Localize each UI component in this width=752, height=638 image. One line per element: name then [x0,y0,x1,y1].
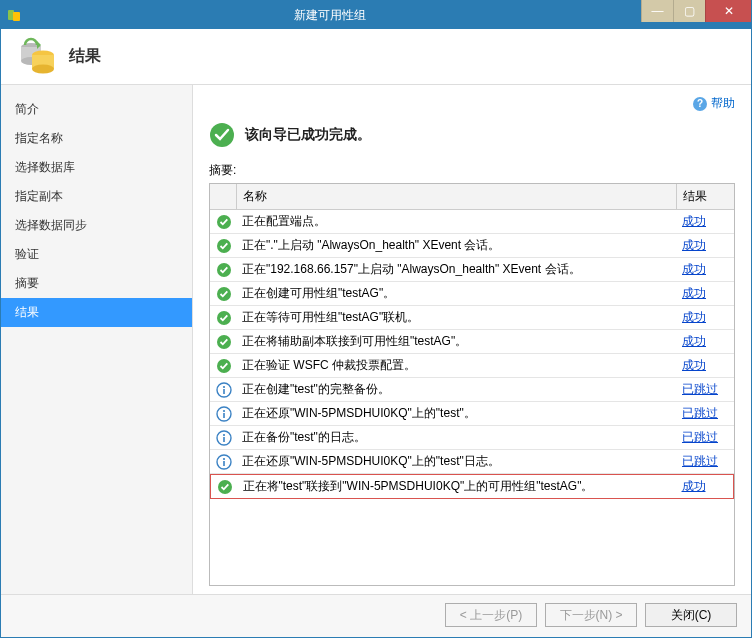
table-row: 正在创建"test"的完整备份。已跳过 [210,378,734,402]
table-row: 正在"."上启动 "AlwaysOn_health" XEvent 会话。成功 [210,234,734,258]
prev-button: < 上一步(P) [445,603,537,627]
result-link[interactable]: 已跳过 [682,382,718,396]
result-link[interactable]: 成功 [682,310,706,324]
app-icon [7,7,23,23]
svg-rect-25 [223,437,225,442]
success-icon [216,334,232,350]
minimize-button[interactable]: — [641,0,673,22]
row-name: 正在"."上启动 "AlwaysOn_health" XEvent 会话。 [236,234,676,258]
sidebar-item-3[interactable]: 指定副本 [1,182,192,211]
result-link[interactable]: 成功 [682,238,706,252]
row-name: 正在配置端点。 [236,210,676,234]
info-icon [216,454,232,470]
row-name: 正在创建"test"的完整备份。 [236,378,676,402]
row-name: 正在"192.168.66.157"上启动 "AlwaysOn_health" … [236,258,676,282]
window-controls: — ▢ ✕ [641,0,751,22]
next-button: 下一步(N) > [545,603,637,627]
help-link[interactable]: 帮助 [711,95,735,112]
success-icon [216,358,232,374]
table-row: 正在"192.168.66.157"上启动 "AlwaysOn_health" … [210,258,734,282]
maximize-button[interactable]: ▢ [673,0,705,22]
table-row: 正在验证 WSFC 仲裁投票配置。成功 [210,354,734,378]
titlebar: 新建可用性组 — ▢ ✕ [1,1,751,29]
wizard-icon [17,37,57,77]
sidebar-item-7[interactable]: 结果 [1,298,192,327]
result-link[interactable]: 已跳过 [682,454,718,468]
table-row: 正在将辅助副本联接到可用性组"testAG"。成功 [210,330,734,354]
svg-point-18 [223,385,225,387]
body: 简介指定名称选择数据库指定副本选择数据同步验证摘要结果 ? 帮助 该向导已成功完… [1,85,751,594]
svg-rect-1 [13,12,20,21]
row-name: 正在将"test"联接到"WIN-5PMSDHUI0KQ"上的可用性组"test… [237,475,676,499]
success-icon [217,479,233,495]
success-icon [216,238,232,254]
sidebar: 简介指定名称选择数据库指定副本选择数据同步验证摘要结果 [1,85,193,594]
sidebar-item-4[interactable]: 选择数据同步 [1,211,192,240]
info-icon [216,382,232,398]
col-result-header: 结果 [676,184,734,210]
success-icon [216,310,232,326]
wizard-window: 新建可用性组 — ▢ ✕ 结果 简介指定名称选择数据库指定副本选择数据同步验证摘… [0,0,752,638]
result-link[interactable]: 成功 [682,358,706,372]
row-name: 正在还原"WIN-5PMSDHUI0KQ"上的"test"。 [236,402,676,426]
sidebar-item-0[interactable]: 简介 [1,95,192,124]
table-row: 正在备份"test"的日志。已跳过 [210,426,734,450]
table-row: 正在还原"WIN-5PMSDHUI0KQ"上的"test"日志。已跳过 [210,450,734,474]
result-link[interactable]: 已跳过 [682,406,718,420]
col-icon-header [210,184,236,210]
success-icon [216,286,232,302]
svg-point-27 [223,457,225,459]
table-row: 正在创建可用性组"testAG"。成功 [210,282,734,306]
row-name: 正在将辅助副本联接到可用性组"testAG"。 [236,330,676,354]
row-name: 正在验证 WSFC 仲裁投票配置。 [236,354,676,378]
row-name: 正在等待可用性组"testAG"联机。 [236,306,676,330]
table-row: 正在配置端点。成功 [210,210,734,234]
close-button[interactable]: 关闭(C) [645,603,737,627]
svg-point-7 [32,64,54,73]
svg-point-21 [223,409,225,411]
row-name: 正在还原"WIN-5PMSDHUI0KQ"上的"test"日志。 [236,450,676,474]
row-name: 正在创建可用性组"testAG"。 [236,282,676,306]
success-icon [216,262,232,278]
status-text: 该向导已成功完成。 [245,126,371,144]
svg-rect-22 [223,413,225,418]
result-link[interactable]: 成功 [682,214,706,228]
sidebar-item-5[interactable]: 验证 [1,240,192,269]
content: ? 帮助 该向导已成功完成。 摘要: 名称 结果 [193,85,751,594]
table-row: 正在将"test"联接到"WIN-5PMSDHUI0KQ"上的可用性组"test… [210,474,734,499]
results-table: 名称 结果 正在配置端点。成功正在"."上启动 "AlwaysOn_health… [209,183,735,586]
summary-label: 摘要: [209,162,735,179]
sidebar-item-2[interactable]: 选择数据库 [1,153,192,182]
footer: < 上一步(P) 下一步(N) > 关闭(C) [1,594,751,637]
col-name-header: 名称 [236,184,676,210]
success-icon [216,214,232,230]
sidebar-item-6[interactable]: 摘要 [1,269,192,298]
svg-point-24 [223,433,225,435]
sidebar-item-1[interactable]: 指定名称 [1,124,192,153]
status-banner: 该向导已成功完成。 [209,122,735,148]
table-row: 正在还原"WIN-5PMSDHUI0KQ"上的"test"。已跳过 [210,402,734,426]
header: 结果 [1,29,751,85]
row-name: 正在备份"test"的日志。 [236,426,676,450]
result-link[interactable]: 成功 [682,286,706,300]
result-link[interactable]: 成功 [682,262,706,276]
page-title: 结果 [69,46,101,67]
info-icon [216,430,232,446]
help-icon: ? [693,97,707,111]
result-link[interactable]: 成功 [682,479,706,493]
svg-rect-19 [223,389,225,394]
success-icon [209,122,235,148]
close-window-button[interactable]: ✕ [705,0,751,22]
svg-rect-28 [223,461,225,466]
info-icon [216,406,232,422]
table-row: 正在等待可用性组"testAG"联机。成功 [210,306,734,330]
help-row: ? 帮助 [209,95,735,112]
result-link[interactable]: 已跳过 [682,430,718,444]
result-link[interactable]: 成功 [682,334,706,348]
results-tbody: 正在配置端点。成功正在"."上启动 "AlwaysOn_health" XEve… [210,210,734,499]
